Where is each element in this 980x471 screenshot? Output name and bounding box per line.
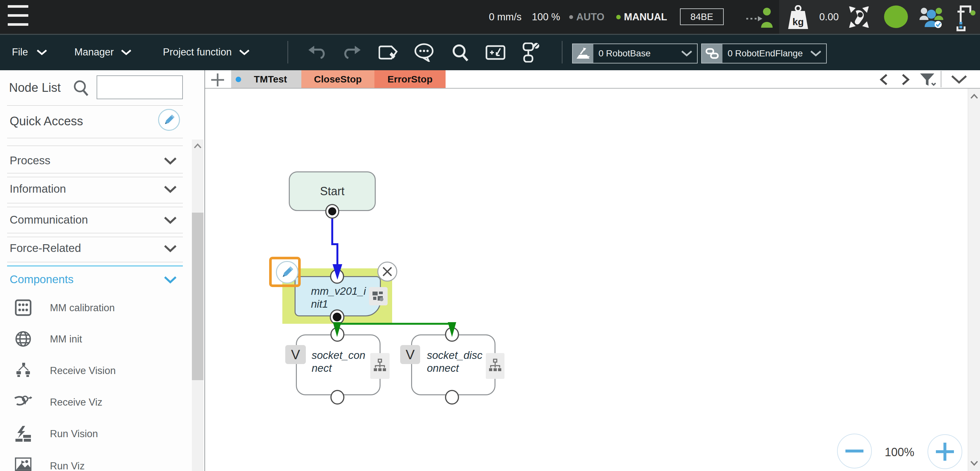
port-start-out-filled (328, 208, 336, 216)
flow-connectors (0, 0, 980, 471)
close-icon (382, 266, 393, 277)
pencil-icon (280, 265, 294, 279)
zoom-in-button[interactable] (928, 434, 962, 469)
plus-icon (928, 435, 962, 468)
minus-icon (838, 434, 871, 468)
delete-node-button[interactable] (377, 262, 397, 281)
port-connect-out[interactable] (331, 390, 344, 404)
port-node-out-filled (333, 313, 342, 321)
edit-node-button[interactable] (276, 261, 298, 284)
port-disconnect-out[interactable] (445, 390, 458, 404)
zoom-level: 100% (881, 445, 918, 459)
zoom-out-button[interactable] (837, 434, 872, 468)
connector-green[interactable] (337, 317, 452, 326)
connector-start-to-node[interactable] (332, 218, 337, 269)
